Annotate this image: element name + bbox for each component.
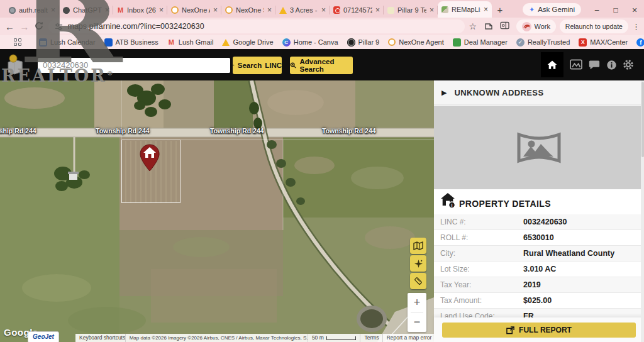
window-close-button[interactable]: × xyxy=(625,3,644,18)
bookmark-maxcenter[interactable]: XMAX/Center xyxy=(579,38,628,47)
road-label: Township Rd 244 xyxy=(210,127,264,135)
tab-label: auth.realto xyxy=(19,6,48,14)
avatar xyxy=(522,22,531,31)
table-row: Tax Year:2019 xyxy=(434,277,644,293)
bookmark-star-icon[interactable]: ☆ xyxy=(465,21,480,31)
gmail-icon: M xyxy=(167,38,175,47)
terms-link[interactable]: Terms xyxy=(360,334,382,342)
linc-search-input[interactable]: 0032420630 xyxy=(38,58,230,73)
zoom-out-button[interactable]: − xyxy=(408,313,426,333)
tab-label: Pillar 9 Tec xyxy=(397,6,426,14)
ruler-icon xyxy=(413,276,423,286)
remaplist-icon xyxy=(441,6,448,13)
gemini-sparkle-icon: ✦ xyxy=(529,6,535,14)
satellite-imagery xyxy=(0,80,434,342)
tab-auth-realtor[interactable]: auth.realto × xyxy=(5,3,59,18)
close-icon[interactable]: × xyxy=(159,6,164,14)
profile-button[interactable]: Work xyxy=(516,19,556,33)
close-icon[interactable]: × xyxy=(321,6,326,14)
facebook-icon: f xyxy=(636,38,644,47)
report-map-error-link[interactable]: Report a map error xyxy=(383,334,434,342)
pillar9-icon xyxy=(387,7,394,14)
tab-nexone-a[interactable]: NexOne A × xyxy=(167,3,221,18)
gear-icon xyxy=(623,59,634,70)
relaunch-button[interactable]: Relaunch to update xyxy=(560,19,628,33)
details-title: PROPERTY DETAILS xyxy=(459,199,551,209)
photo-placeholder xyxy=(434,106,644,189)
tab-label: ChatGPT - xyxy=(73,6,102,14)
bookmark-canva[interactable]: CHome - Canva xyxy=(282,38,338,47)
scrollbar-thumb[interactable] xyxy=(641,82,644,157)
road-label: Township Rd 244 xyxy=(322,127,376,135)
bookmark-nexone-agent[interactable]: NexOne Agent xyxy=(388,38,444,46)
nexone-icon xyxy=(171,6,179,14)
full-report-button[interactable]: FULL REPORT xyxy=(442,323,636,338)
apps-grid-icon[interactable] xyxy=(14,38,21,46)
search-linc-button[interactable]: Search LINC xyxy=(233,57,282,74)
satellite-button[interactable] xyxy=(410,255,426,272)
maximize-button[interactable]: □ xyxy=(606,3,625,18)
home-tab-button[interactable] xyxy=(541,52,564,77)
chat-button[interactable] xyxy=(589,60,600,72)
property-details-icon: i xyxy=(439,192,457,211)
close-icon[interactable]: × xyxy=(51,6,55,14)
advanced-search-button[interactable]: Advanced Search xyxy=(290,57,353,74)
close-icon[interactable]: × xyxy=(430,6,434,14)
bookmark-lush-gmail[interactable]: MLush Gmail xyxy=(167,38,214,47)
side-panel-icon[interactable] xyxy=(497,21,513,31)
site-settings-icon[interactable] xyxy=(55,23,63,31)
profile-label: Work xyxy=(535,23,550,30)
tab-inbox[interactable]: M Inbox (26) × xyxy=(113,3,167,18)
browser-toolbar: ← → maps.pillarnine.com/?linc=0032420630… xyxy=(0,18,644,35)
tab-pdf[interactable]: 071245720 × xyxy=(330,3,384,18)
extensions-icon[interactable] xyxy=(480,21,496,32)
map-scale: 50 m xyxy=(308,334,361,342)
bookmark-deal-manager[interactable]: Deal Manager xyxy=(453,38,508,47)
nexone-icon xyxy=(225,6,233,14)
back-button[interactable]: ← xyxy=(3,21,17,32)
close-icon[interactable]: × xyxy=(375,6,380,14)
bookmark-google-drive[interactable]: Google Drive xyxy=(222,38,273,46)
address-bar[interactable]: maps.pillarnine.com/?linc=0032420630 xyxy=(48,19,465,33)
info-button[interactable] xyxy=(606,60,617,73)
address-header[interactable]: ▶ UNKNOWN ADDRESS xyxy=(434,80,644,105)
drive-icon xyxy=(222,39,230,46)
table-row: City:Rural Wheatland County xyxy=(434,246,644,262)
tab-nexone-s[interactable]: NexOne S × xyxy=(221,3,275,18)
forward-button[interactable]: → xyxy=(17,21,31,32)
tab-pillar9-tec[interactable]: Pillar 9 Tec × xyxy=(384,3,438,18)
property-pin[interactable] xyxy=(139,143,160,172)
ask-gemini-button[interactable]: ✦ Ask Gemini xyxy=(523,3,581,16)
tab-label: NexOne A xyxy=(182,6,210,14)
tab-chatgpt[interactable]: ChatGPT - × xyxy=(59,3,113,18)
close-icon[interactable]: × xyxy=(484,6,488,13)
close-icon[interactable]: × xyxy=(105,6,109,14)
zoom-in-button[interactable]: + xyxy=(408,293,426,312)
bookmark-atb-business[interactable]: ATB Business xyxy=(104,38,158,47)
reload-button[interactable] xyxy=(31,21,46,32)
table-row: Land Use Code:FR xyxy=(434,309,644,317)
app-header: 0032420630 Search LINC Advanced Search xyxy=(0,49,644,80)
stats-button[interactable] xyxy=(570,59,582,72)
settings-button[interactable] xyxy=(623,59,634,73)
map-canvas[interactable]: Township Rd 244 Township Rd 244 Township… xyxy=(0,80,434,342)
measure-button[interactable] xyxy=(410,273,426,289)
gemini-label: Ask Gemini xyxy=(538,6,575,13)
tab-remaplist-active[interactable]: REMapList × xyxy=(438,1,492,18)
basemap-button[interactable] xyxy=(410,238,426,254)
bookmark-reallytrusted[interactable]: ✓ReallyTrusted xyxy=(516,38,570,47)
bookmark-facebook[interactable]: fFacebook xyxy=(636,38,644,47)
tab-label: 3 Acres - V xyxy=(290,6,318,14)
close-icon[interactable]: × xyxy=(213,6,218,14)
close-icon[interactable]: × xyxy=(267,6,272,14)
menu-kebab-icon[interactable]: ⋮ xyxy=(628,22,644,31)
canva-icon: C xyxy=(282,38,291,47)
tab-3-acres[interactable]: 3 Acres - V × xyxy=(275,3,330,18)
atb-icon xyxy=(104,38,113,47)
bookmark-pillar9[interactable]: Pillar 9 xyxy=(347,38,380,47)
bookmark-lush-calendar[interactable]: Lush Calendar xyxy=(39,38,96,47)
caret-right-icon[interactable]: ▶ xyxy=(441,89,447,97)
keyboard-shortcuts-link[interactable]: Keyboard shortcuts xyxy=(75,334,126,342)
new-tab-button[interactable]: + xyxy=(492,3,508,18)
minimize-button[interactable]: – xyxy=(587,3,606,18)
